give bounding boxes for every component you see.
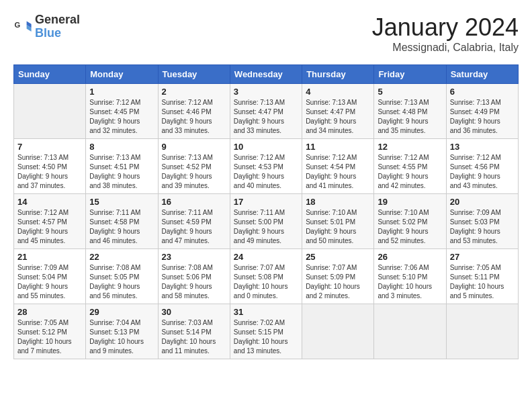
day-info: Sunrise: 7:09 AM Sunset: 5:04 PM Dayligh… [17, 263, 82, 301]
day-number: 15 [89, 197, 154, 207]
calendar-cell: 27Sunrise: 7:05 AM Sunset: 5:11 PM Dayli… [446, 249, 518, 304]
calendar-cell: 21Sunrise: 7:09 AM Sunset: 5:04 PM Dayli… [14, 249, 86, 304]
calendar-week-4: 28Sunrise: 7:05 AM Sunset: 5:12 PM Dayli… [14, 304, 519, 359]
day-number: 22 [89, 252, 154, 262]
day-number: 10 [234, 142, 298, 152]
day-info: Sunrise: 7:08 AM Sunset: 5:06 PM Dayligh… [162, 263, 226, 301]
day-number: 6 [450, 87, 515, 97]
day-info: Sunrise: 7:13 AM Sunset: 4:52 PM Dayligh… [162, 153, 226, 191]
day-number: 13 [450, 142, 515, 152]
calendar-cell: 3Sunrise: 7:13 AM Sunset: 4:47 PM Daylig… [230, 84, 302, 139]
calendar-cell: 19Sunrise: 7:10 AM Sunset: 5:02 PM Dayli… [374, 194, 446, 249]
page-header: G General Blue January 2024 Messignadi, … [13, 13, 519, 54]
day-info: Sunrise: 7:05 AM Sunset: 5:12 PM Dayligh… [17, 318, 82, 356]
calendar-week-1: 7Sunrise: 7:13 AM Sunset: 4:50 PM Daylig… [14, 139, 519, 194]
day-number: 19 [378, 197, 442, 207]
weekday-header-sunday: Sunday [14, 65, 86, 84]
calendar-table: SundayMondayTuesdayWednesdayThursdayFrid… [13, 64, 519, 359]
day-number: 30 [162, 307, 226, 317]
calendar-week-3: 21Sunrise: 7:09 AM Sunset: 5:04 PM Dayli… [14, 249, 519, 304]
weekday-header-wednesday: Wednesday [230, 65, 302, 84]
month-title: January 2024 [372, 13, 519, 42]
day-number: 31 [234, 307, 298, 317]
calendar-cell: 18Sunrise: 7:10 AM Sunset: 5:01 PM Dayli… [302, 194, 374, 249]
location-title: Messignadi, Calabria, Italy [372, 42, 519, 54]
day-number: 26 [378, 252, 442, 262]
calendar-cell: 5Sunrise: 7:13 AM Sunset: 4:48 PM Daylig… [374, 84, 446, 139]
day-number: 20 [450, 197, 515, 207]
weekday-header-saturday: Saturday [446, 65, 518, 84]
weekday-header-monday: Monday [86, 65, 158, 84]
calendar-cell: 22Sunrise: 7:08 AM Sunset: 5:05 PM Dayli… [86, 249, 158, 304]
day-info: Sunrise: 7:10 AM Sunset: 5:01 PM Dayligh… [306, 208, 370, 246]
day-info: Sunrise: 7:05 AM Sunset: 5:11 PM Dayligh… [450, 263, 515, 301]
calendar-cell: 12Sunrise: 7:12 AM Sunset: 4:55 PM Dayli… [374, 139, 446, 194]
calendar-cell: 13Sunrise: 7:12 AM Sunset: 4:56 PM Dayli… [446, 139, 518, 194]
day-number: 2 [162, 87, 226, 97]
day-number: 21 [17, 252, 82, 262]
day-number: 23 [162, 252, 226, 262]
day-info: Sunrise: 7:09 AM Sunset: 5:03 PM Dayligh… [450, 208, 515, 246]
day-info: Sunrise: 7:08 AM Sunset: 5:05 PM Dayligh… [89, 263, 154, 301]
calendar-cell: 17Sunrise: 7:11 AM Sunset: 5:00 PM Dayli… [230, 194, 302, 249]
weekday-header-friday: Friday [374, 65, 446, 84]
day-number: 29 [89, 307, 154, 317]
calendar-cell: 16Sunrise: 7:11 AM Sunset: 4:59 PM Dayli… [158, 194, 230, 249]
day-info: Sunrise: 7:13 AM Sunset: 4:51 PM Dayligh… [89, 153, 154, 191]
calendar-cell [14, 84, 86, 139]
logo-line1: General [35, 13, 80, 27]
day-info: Sunrise: 7:11 AM Sunset: 5:00 PM Dayligh… [234, 208, 298, 246]
calendar-cell: 10Sunrise: 7:12 AM Sunset: 4:53 PM Dayli… [230, 139, 302, 194]
day-info: Sunrise: 7:12 AM Sunset: 4:54 PM Dayligh… [306, 153, 370, 191]
calendar-cell: 2Sunrise: 7:12 AM Sunset: 4:46 PM Daylig… [158, 84, 230, 139]
day-number: 24 [234, 252, 298, 262]
day-info: Sunrise: 7:02 AM Sunset: 5:15 PM Dayligh… [234, 318, 298, 356]
day-info: Sunrise: 7:10 AM Sunset: 5:02 PM Dayligh… [378, 208, 442, 246]
calendar-week-0: 1Sunrise: 7:12 AM Sunset: 4:45 PM Daylig… [14, 84, 519, 139]
day-number: 16 [162, 197, 226, 207]
day-info: Sunrise: 7:13 AM Sunset: 4:49 PM Dayligh… [450, 98, 515, 136]
day-info: Sunrise: 7:12 AM Sunset: 4:53 PM Dayligh… [234, 153, 298, 191]
day-number: 8 [89, 142, 154, 152]
day-info: Sunrise: 7:07 AM Sunset: 5:08 PM Dayligh… [234, 263, 298, 301]
day-info: Sunrise: 7:12 AM Sunset: 4:45 PM Dayligh… [89, 98, 154, 136]
day-number: 4 [306, 87, 370, 97]
day-number: 12 [378, 142, 442, 152]
day-info: Sunrise: 7:13 AM Sunset: 4:47 PM Dayligh… [306, 98, 370, 136]
day-info: Sunrise: 7:12 AM Sunset: 4:56 PM Dayligh… [450, 153, 515, 191]
day-number: 18 [306, 197, 370, 207]
calendar-cell: 7Sunrise: 7:13 AM Sunset: 4:50 PM Daylig… [14, 139, 86, 194]
calendar-cell: 6Sunrise: 7:13 AM Sunset: 4:49 PM Daylig… [446, 84, 518, 139]
weekday-header-thursday: Thursday [302, 65, 374, 84]
calendar-cell: 11Sunrise: 7:12 AM Sunset: 4:54 PM Dayli… [302, 139, 374, 194]
calendar-cell: 1Sunrise: 7:12 AM Sunset: 4:45 PM Daylig… [86, 84, 158, 139]
svg-text:G: G [14, 21, 20, 29]
logo-text: General Blue [35, 13, 80, 40]
calendar-cell: 14Sunrise: 7:12 AM Sunset: 4:57 PM Dayli… [14, 194, 86, 249]
day-number: 7 [17, 142, 82, 152]
day-info: Sunrise: 7:13 AM Sunset: 4:50 PM Dayligh… [17, 153, 82, 191]
logo-line2: Blue [35, 26, 61, 40]
calendar-cell: 20Sunrise: 7:09 AM Sunset: 5:03 PM Dayli… [446, 194, 518, 249]
calendar-cell: 4Sunrise: 7:13 AM Sunset: 4:47 PM Daylig… [302, 84, 374, 139]
calendar-cell [302, 304, 374, 359]
day-number: 5 [378, 87, 442, 97]
title-block: January 2024 Messignadi, Calabria, Italy [372, 13, 519, 54]
day-info: Sunrise: 7:03 AM Sunset: 5:14 PM Dayligh… [162, 318, 226, 356]
day-info: Sunrise: 7:11 AM Sunset: 4:59 PM Dayligh… [162, 208, 226, 246]
calendar-cell: 28Sunrise: 7:05 AM Sunset: 5:12 PM Dayli… [14, 304, 86, 359]
calendar-cell: 30Sunrise: 7:03 AM Sunset: 5:14 PM Dayli… [158, 304, 230, 359]
day-info: Sunrise: 7:12 AM Sunset: 4:55 PM Dayligh… [378, 153, 442, 191]
calendar-cell: 24Sunrise: 7:07 AM Sunset: 5:08 PM Dayli… [230, 249, 302, 304]
calendar-cell: 26Sunrise: 7:06 AM Sunset: 5:10 PM Dayli… [374, 249, 446, 304]
day-info: Sunrise: 7:12 AM Sunset: 4:57 PM Dayligh… [17, 208, 82, 246]
calendar-cell: 9Sunrise: 7:13 AM Sunset: 4:52 PM Daylig… [158, 139, 230, 194]
day-number: 1 [89, 87, 154, 97]
calendar-cell: 31Sunrise: 7:02 AM Sunset: 5:15 PM Dayli… [230, 304, 302, 359]
calendar-cell: 25Sunrise: 7:07 AM Sunset: 5:09 PM Dayli… [302, 249, 374, 304]
calendar-cell: 29Sunrise: 7:04 AM Sunset: 5:13 PM Dayli… [86, 304, 158, 359]
calendar-cell: 23Sunrise: 7:08 AM Sunset: 5:06 PM Dayli… [158, 249, 230, 304]
day-info: Sunrise: 7:13 AM Sunset: 4:48 PM Dayligh… [378, 98, 442, 136]
day-number: 17 [234, 197, 298, 207]
day-number: 14 [17, 197, 82, 207]
